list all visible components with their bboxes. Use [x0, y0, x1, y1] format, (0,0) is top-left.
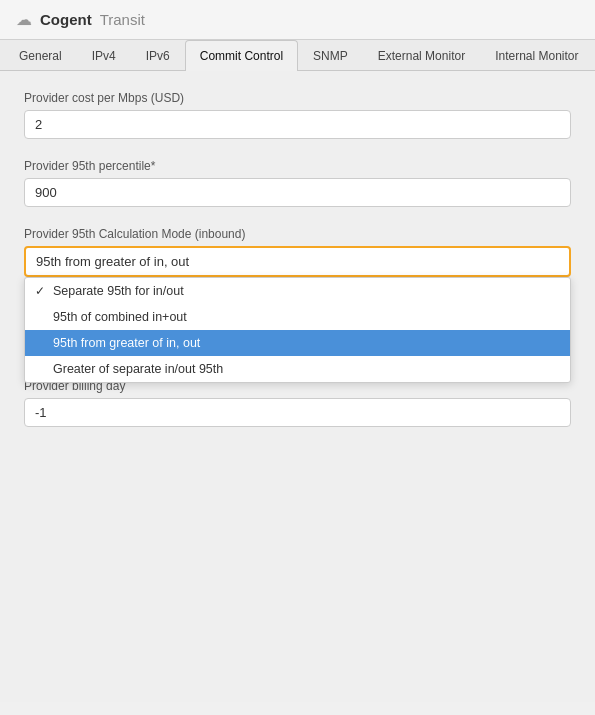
app-header: ☁ Cogent Transit: [0, 0, 595, 40]
percentile-label: Provider 95th percentile*: [24, 159, 571, 173]
calc-mode-dropdown-container: 95th from greater of in, out ✓ Separate …: [24, 246, 571, 277]
cost-input[interactable]: [24, 110, 571, 139]
cloud-icon: ☁: [16, 10, 32, 29]
no-checkmark: [35, 310, 49, 324]
calc-mode-label: Provider 95th Calculation Mode (inbound): [24, 227, 571, 241]
calc-mode-dropdown-menu: ✓ Separate 95th for in/out 95th of combi…: [24, 277, 571, 383]
percentile-field-group: Provider 95th percentile*: [24, 159, 571, 207]
tab-ipv6[interactable]: IPv6: [131, 40, 185, 71]
tab-general[interactable]: General: [4, 40, 77, 71]
no-checkmark-2: [35, 336, 49, 350]
cost-label: Provider cost per Mbps (USD): [24, 91, 571, 105]
calc-mode-dropdown-trigger[interactable]: 95th from greater of in, out: [24, 246, 571, 277]
app-title-transit: Transit: [100, 11, 145, 28]
tab-snmp[interactable]: SNMP: [298, 40, 363, 71]
app-title-cogent: Cogent: [40, 11, 92, 28]
tab-ipv4[interactable]: IPv4: [77, 40, 131, 71]
no-checkmark-3: [35, 362, 49, 376]
calc-mode-field-group: Provider 95th Calculation Mode (inbound)…: [24, 227, 571, 277]
dropdown-option-4[interactable]: Greater of separate in/out 95th: [25, 356, 570, 382]
percentile-input[interactable]: [24, 178, 571, 207]
billing-day-field-group: Provider billing day: [24, 379, 571, 427]
tab-external-monitor[interactable]: External Monitor: [363, 40, 480, 71]
tab-bar: General IPv4 IPv6 Commit Control SNMP Ex…: [0, 40, 595, 71]
checkmark-icon: ✓: [35, 284, 49, 298]
main-content: Provider cost per Mbps (USD) Provider 95…: [0, 71, 595, 702]
tab-commit-control[interactable]: Commit Control: [185, 40, 298, 71]
dropdown-option-3[interactable]: 95th from greater of in, out: [25, 330, 570, 356]
billing-day-input[interactable]: [24, 398, 571, 427]
dropdown-option-2[interactable]: 95th of combined in+out: [25, 304, 570, 330]
dropdown-option-1[interactable]: ✓ Separate 95th for in/out: [25, 278, 570, 304]
cost-field-group: Provider cost per Mbps (USD): [24, 91, 571, 139]
tab-internal-monitor[interactable]: Internal Monitor: [480, 40, 593, 71]
